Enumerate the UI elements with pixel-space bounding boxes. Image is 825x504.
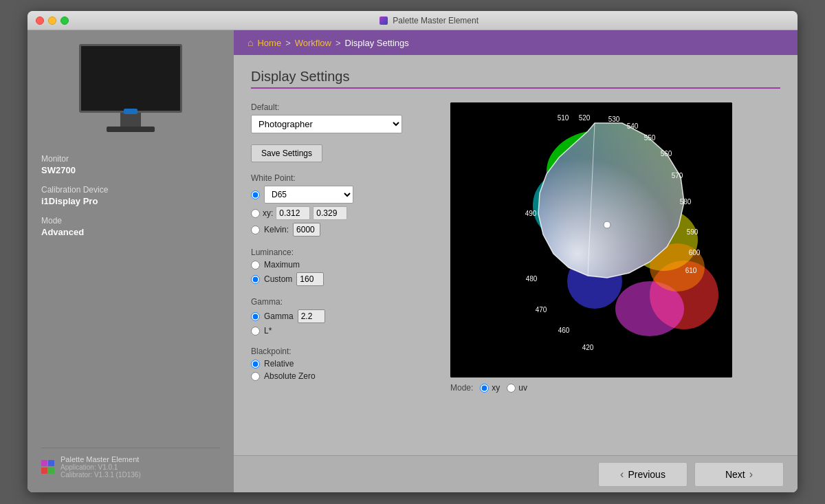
svg-text:470: 470 (536, 306, 547, 314)
svg-text:560: 560 (661, 150, 672, 157)
svg-text:580: 580 (680, 198, 692, 206)
calibration-device-value: i1Display Pro (41, 196, 220, 206)
mode-radio-xy[interactable] (480, 384, 489, 393)
blackpoint-group: Blackpoint: Relative Absolute Zero (251, 347, 437, 381)
gamma-radio-22[interactable] (251, 312, 260, 321)
white-point-d65-row: D65 D50 D55 D75 (251, 186, 437, 204)
monitor-screen (79, 44, 182, 113)
sidebar-info: Monitor SW2700 Calibration Device i1Disp… (41, 154, 220, 247)
main-window: Palette Master Element Monitor SW2700 Ca… (28, 11, 798, 492)
white-point-marker (604, 221, 610, 228)
mode-radio-uv[interactable] (507, 384, 516, 393)
previous-arrow-icon: ‹ (620, 468, 624, 481)
chart-section: 520 530 540 550 560 570 580 590 600 610 (450, 102, 780, 393)
luminance-custom-input[interactable] (296, 272, 324, 286)
breadcrumb-workflow[interactable]: Workflow (295, 38, 331, 48)
svg-text:520: 520 (579, 114, 591, 122)
gamma-radio-lstar[interactable] (251, 327, 260, 336)
svg-text:530: 530 (608, 116, 620, 123)
svg-text:600: 600 (689, 249, 701, 256)
previous-button[interactable]: ‹ Previous (598, 462, 688, 487)
blackpoint-absolute-row: Absolute Zero (251, 371, 437, 381)
mode-uv-option: uv (507, 383, 527, 393)
app-icon-q3 (41, 468, 47, 474)
svg-text:590: 590 (687, 228, 698, 236)
default-group: Default: Photographer sRGB AdobeRGB Cust… (251, 102, 437, 133)
white-point-radio-d65[interactable] (251, 190, 260, 199)
close-button[interactable] (36, 17, 44, 25)
svg-text:610: 610 (685, 267, 697, 274)
gamma-lstar-row: L* (251, 326, 437, 336)
sidebar-footer: Palette Master Element Application: V1.0… (41, 448, 220, 479)
next-button[interactable]: Next › (694, 462, 784, 487)
blackpoint-relative-label: Relative (264, 359, 294, 369)
app-footer-info: Palette Master Element Application: V1.0… (60, 455, 141, 479)
blackpoint-absolute-label: Absolute Zero (264, 371, 316, 381)
gamma-group: Gamma: Gamma L* (251, 297, 437, 336)
minimize-button[interactable] (48, 17, 56, 25)
svg-text:420: 420 (582, 344, 594, 351)
default-label: Default: (251, 102, 437, 112)
luminance-custom-row: Custom (251, 272, 437, 286)
app-name: Palette Master Element (60, 455, 141, 463)
cie-svg: 520 530 540 550 560 570 580 590 600 610 (450, 102, 732, 377)
maximize-button[interactable] (60, 17, 69, 25)
app-icon-q4 (48, 468, 54, 474)
previous-label: Previous (628, 469, 665, 480)
monitor-label: Monitor (41, 154, 220, 164)
breadcrumb-sep-1: > (285, 38, 291, 48)
white-point-group: White Point: D65 D50 D55 D75 (251, 173, 437, 237)
blackpoint-relative-row: Relative (251, 359, 437, 369)
next-arrow-icon: › (749, 468, 753, 481)
monitor-base (107, 127, 155, 132)
blackpoint-radio-absolute[interactable] (251, 372, 260, 381)
right-panel: ⌂ Home > Workflow > Display Settings Dis… (234, 30, 798, 492)
form-and-chart: Default: Photographer sRGB AdobeRGB Cust… (251, 102, 780, 393)
page-title: Display Settings (251, 69, 780, 85)
xy-label: xy: (263, 208, 273, 218)
luminance-max-row: Maximum (251, 260, 437, 270)
mode-xy-option: xy (480, 383, 500, 393)
white-point-radio-xy[interactable] (251, 209, 260, 218)
luminance-radio-custom[interactable] (251, 275, 260, 284)
sidebar: Monitor SW2700 Calibration Device i1Disp… (28, 30, 234, 492)
white-point-radio-kelvin[interactable] (251, 226, 260, 234)
default-select[interactable]: Photographer sRGB AdobeRGB Custom (251, 115, 402, 133)
breadcrumb-home[interactable]: Home (257, 38, 281, 48)
xy-y-input[interactable] (313, 206, 347, 220)
save-settings-button[interactable]: Save Settings (251, 144, 322, 162)
xy-x-input[interactable] (276, 206, 310, 220)
gamma-22-label: Gamma (264, 311, 294, 321)
form-section: Default: Photographer sRGB AdobeRGB Cust… (251, 102, 437, 393)
svg-text:460: 460 (558, 327, 570, 334)
gamma-22-row: Gamma (251, 309, 437, 323)
luminance-radio-max[interactable] (251, 261, 260, 270)
luminance-custom-label: Custom (264, 274, 292, 284)
home-icon: ⌂ (248, 37, 253, 48)
luminance-max-label: Maximum (264, 260, 300, 270)
mode-uv-label: uv (518, 383, 527, 393)
content-area: Display Settings Default: Photographer s… (234, 55, 798, 455)
app-icon (41, 460, 55, 474)
white-point-select[interactable]: D65 D50 D55 D75 (264, 186, 353, 204)
gamma-22-input[interactable] (298, 309, 325, 323)
app-icon-small (380, 17, 388, 25)
gamma-lstar-label: L* (264, 326, 272, 336)
calibrator-version: Calibrator: V1.3.1 (1D136) (60, 471, 141, 479)
blackpoint-label: Blackpoint: (251, 347, 437, 356)
main-content: Monitor SW2700 Calibration Device i1Disp… (28, 30, 798, 492)
kelvin-input[interactable] (293, 223, 320, 237)
gamma-label: Gamma: (251, 297, 437, 307)
app-icon-q1 (41, 460, 47, 466)
mode-value: Advanced (41, 227, 220, 237)
luminance-group: Luminance: Maximum Custom (251, 248, 437, 286)
svg-text:570: 570 (672, 172, 683, 179)
bottom-bar: ‹ Previous Next › (234, 455, 798, 492)
white-point-kelvin-row: Kelvin: (251, 223, 437, 237)
svg-text:550: 550 (644, 134, 656, 142)
blackpoint-radio-relative[interactable] (251, 360, 260, 369)
mode-xy-label: xy (492, 383, 500, 393)
breadcrumb-current: Display Settings (345, 38, 409, 48)
monitor-value: SW2700 (41, 165, 220, 175)
white-point-xy-row: xy: (251, 206, 437, 220)
